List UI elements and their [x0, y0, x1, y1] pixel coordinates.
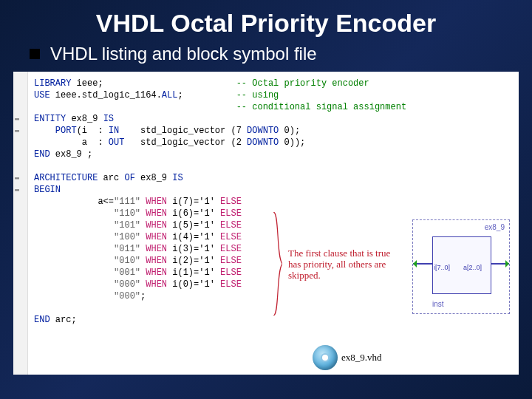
code-gutter: ▬▬▬▬	[13, 72, 28, 375]
symbol-port-in-label: i[7..0]	[434, 262, 450, 273]
annotation-text: The first clause that is true has priori…	[288, 248, 399, 281]
symbol-instance-label: inst	[432, 299, 444, 310]
annotation-brace	[272, 212, 282, 316]
symbol-entity-name: ex8_9	[485, 222, 505, 233]
fold-mark-icon: ▬	[15, 172, 19, 184]
code-panel: ▬▬▬▬ LIBRARY ieee; -- Octal priority enc…	[13, 72, 519, 375]
block-symbol: ex8_9 i[7..0] a[2..0] inst	[412, 219, 510, 314]
slide-title: VHDL Octal Priority Encoder	[0, 0, 532, 44]
fold-mark-icon: ▬	[15, 113, 19, 125]
disc-filename: ex8_9.vhd	[341, 352, 382, 364]
bullet-icon	[30, 49, 40, 59]
subtitle-row: VHDL listing and block symbol file	[0, 44, 532, 64]
symbol-input-pin	[413, 263, 432, 265]
fold-mark-icon: ▬	[15, 125, 19, 137]
cd-icon	[313, 345, 338, 370]
fold-mark-icon: ▬	[15, 184, 19, 196]
symbol-port-out-label: a[2..0]	[463, 262, 482, 273]
subtitle-text: VHDL listing and block symbol file	[50, 44, 317, 64]
symbol-output-pin	[490, 263, 509, 265]
